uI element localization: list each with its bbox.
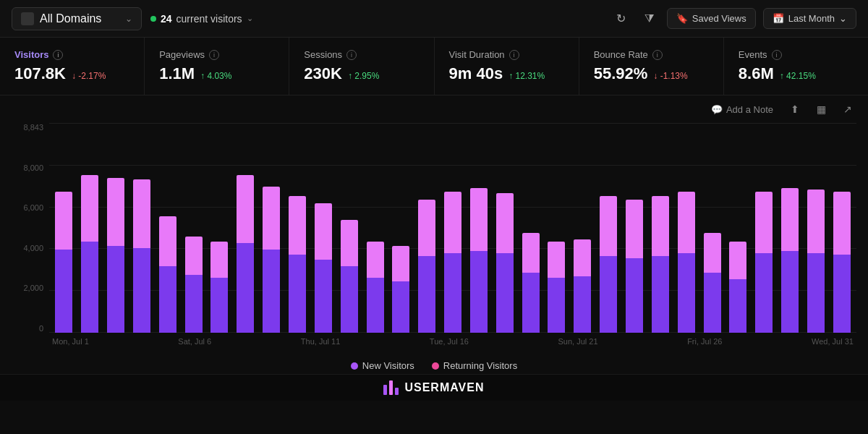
- date-range-button[interactable]: 📅 Last Month ⌄: [763, 8, 856, 29]
- bar-bottom-27: [755, 253, 773, 333]
- bar-stack-12[interactable]: [367, 242, 384, 333]
- bar-chart-button[interactable]: ▦: [812, 101, 830, 117]
- bar-stack-27[interactable]: [755, 192, 773, 333]
- info-icon-events[interactable]: i: [772, 50, 782, 60]
- stat-label-text-pageviews: Pageviews: [159, 49, 205, 60]
- info-icon-sessions[interactable]: i: [346, 50, 357, 60]
- bar-group-21: [597, 123, 621, 333]
- bar-stack-3[interactable]: [133, 179, 150, 333]
- bar-stack-21[interactable]: [600, 196, 617, 333]
- bar-top-11: [341, 220, 358, 266]
- bar-stack-11[interactable]: [341, 220, 358, 333]
- top-bar: All Domains ⌄ 24 current visitors ⌄ ↻ ⧩ …: [0, 0, 868, 38]
- bar-stack-22[interactable]: [626, 200, 643, 333]
- logo-bar-2: [389, 380, 393, 395]
- bar-group-5: [182, 123, 205, 333]
- chevron-down-icon: ⌄: [125, 14, 132, 24]
- bar-stack-28[interactable]: [781, 188, 799, 333]
- bar-stack-13[interactable]: [392, 246, 409, 333]
- saved-views-button[interactable]: 🔖 Saved Views: [667, 8, 756, 29]
- bar-stack-16[interactable]: [470, 188, 488, 333]
- bar-stack-2[interactable]: [107, 178, 124, 333]
- bar-stack-6[interactable]: [210, 242, 228, 333]
- bar-bottom-2: [107, 246, 124, 333]
- bar-top-19: [548, 242, 565, 278]
- refresh-button[interactable]: ↻: [610, 9, 631, 28]
- chart-area: 💬 Add a Note ⬆ ▦ ↗ 8,8438,0006,0004,0002…: [0, 95, 868, 374]
- bar-stack-14[interactable]: [418, 200, 435, 333]
- info-icon-pageviews[interactable]: i: [209, 50, 219, 60]
- bar-stack-17[interactable]: [496, 193, 514, 333]
- stat-label-pageviews: Pageviewsi: [159, 49, 274, 60]
- stats-row: Visitorsi107.8K↓ -2.17%Pageviewsi1.1M↑ 4…: [0, 38, 868, 95]
- bar-stack-18[interactable]: [522, 233, 540, 333]
- bar-group-0: [52, 123, 76, 333]
- stat-label-text-bounce_rate: Bounce Rate: [594, 49, 648, 60]
- bar-group-10: [311, 123, 335, 333]
- bar-top-7: [237, 175, 254, 243]
- logo-bar-3: [395, 388, 399, 395]
- bar-top-21: [600, 196, 617, 256]
- chart-container: 8,8438,0006,0004,0002,0000 Mon, Jul 1Sat…: [12, 123, 856, 354]
- bar-stack-19[interactable]: [548, 242, 565, 333]
- bar-group-20: [571, 123, 595, 333]
- bar-bottom-12: [367, 278, 384, 333]
- x-label: Mon, Jul 1: [52, 337, 89, 346]
- export-button[interactable]: ⬆: [786, 101, 804, 117]
- bar-top-3: [133, 179, 150, 247]
- add-note-button[interactable]: 💬 Add a Note: [707, 102, 778, 117]
- bar-stack-10[interactable]: [315, 203, 332, 333]
- bar-bottom-21: [600, 256, 617, 333]
- bar-stack-23[interactable]: [652, 196, 669, 333]
- bar-group-25: [700, 123, 724, 333]
- bar-stack-1[interactable]: [81, 175, 98, 333]
- bar-group-29: [804, 123, 827, 333]
- chart-inner: [49, 123, 856, 333]
- bar-stack-15[interactable]: [444, 192, 461, 333]
- chart-controls: 💬 Add a Note ⬆ ▦ ↗: [12, 95, 856, 120]
- bar-group-6: [208, 123, 231, 333]
- line-chart-icon: ↗: [843, 103, 852, 115]
- domain-selector[interactable]: All Domains ⌄: [12, 7, 142, 30]
- stat-value-bounce_rate: 55.92%: [594, 64, 648, 83]
- bar-bottom-11: [341, 266, 358, 333]
- stat-value-row-visit_duration: 9m 40s↑ 12.31%: [449, 64, 564, 83]
- bar-top-2: [107, 178, 124, 246]
- bar-stack-24[interactable]: [678, 192, 695, 333]
- bar-stack-20[interactable]: [574, 239, 591, 333]
- line-chart-button[interactable]: ↗: [839, 101, 856, 117]
- bar-bottom-29: [807, 253, 825, 333]
- bar-group-7: [234, 123, 258, 333]
- bar-stack-4[interactable]: [159, 216, 176, 333]
- filter-button[interactable]: ⧩: [639, 9, 660, 28]
- bar-top-23: [652, 196, 669, 256]
- stat-change-pageviews: ↑ 4.03%: [200, 71, 231, 81]
- bar-top-16: [470, 188, 488, 251]
- bar-top-13: [392, 246, 409, 281]
- stat-change-sessions: ↑ 2.95%: [348, 71, 379, 81]
- info-icon-visitors[interactable]: i: [53, 50, 63, 60]
- bar-bottom-7: [237, 243, 254, 333]
- bar-bottom-28: [781, 251, 799, 333]
- bar-stack-5[interactable]: [185, 237, 203, 333]
- stat-label-text-visitors: Visitors: [14, 49, 48, 60]
- bar-stack-0[interactable]: [55, 192, 72, 333]
- stat-label-visit_duration: Visit Durationi: [449, 49, 564, 60]
- bar-bottom-4: [159, 266, 176, 333]
- bar-stack-26[interactable]: [729, 242, 746, 333]
- bar-stack-7[interactable]: [237, 175, 254, 333]
- stat-change-visit_duration: ↑ 12.31%: [509, 71, 545, 81]
- bar-stack-25[interactable]: [704, 233, 721, 333]
- info-icon-visit_duration[interactable]: i: [509, 50, 519, 60]
- bar-stack-8[interactable]: [263, 187, 280, 333]
- bar-top-9: [289, 196, 306, 255]
- visitor-chevron-icon[interactable]: ⌄: [247, 14, 253, 23]
- bar-stack-9[interactable]: [289, 196, 306, 333]
- bar-stack-30[interactable]: [833, 192, 851, 333]
- calendar-icon: 📅: [773, 13, 784, 24]
- y-label: 8,000: [23, 163, 43, 172]
- bar-stack-29[interactable]: [807, 190, 825, 333]
- date-chevron-icon: ⌄: [839, 13, 847, 24]
- y-label: 8,843: [23, 123, 43, 132]
- info-icon-bounce_rate[interactable]: i: [652, 50, 663, 60]
